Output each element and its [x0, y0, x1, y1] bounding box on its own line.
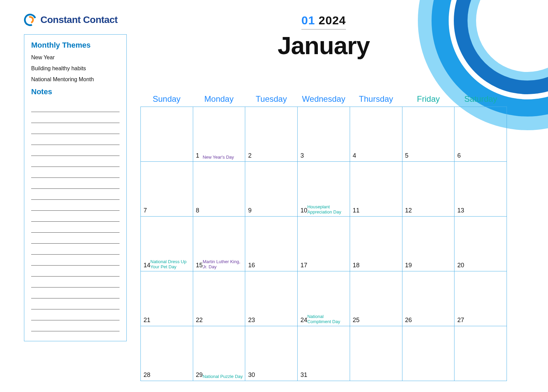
theme-item: National Mentoring Month — [31, 76, 120, 83]
day-number: 25 — [353, 317, 360, 324]
day-number: 6 — [457, 152, 461, 159]
note-line[interactable] — [31, 156, 120, 167]
day-number: 3 — [300, 152, 304, 159]
calendar-cell: 27 — [454, 271, 507, 326]
calendar-cell: 14National Dress Up Your Pet Day — [141, 217, 193, 271]
day-number: 5 — [405, 152, 409, 159]
day-number: 7 — [144, 207, 147, 214]
theme-item: New Year — [31, 54, 120, 61]
day-of-week-label: Thursday — [350, 94, 402, 104]
note-line[interactable] — [31, 277, 120, 287]
calendar-cell: 24National Compliment Day — [298, 271, 350, 326]
calendar-event: National Compliment Day — [307, 314, 348, 324]
day-number: 27 — [457, 317, 464, 324]
notes-title: Notes — [31, 87, 120, 96]
calendar-cell: 17 — [298, 217, 350, 271]
calendar-header: 01 2024 January — [140, 14, 507, 60]
calendar-cell-blank — [350, 326, 402, 381]
note-line[interactable] — [31, 189, 120, 200]
note-line[interactable] — [31, 211, 120, 222]
calendar-cell: 25 — [350, 271, 402, 326]
calendar-cell: 22 — [193, 271, 246, 326]
calendar-cell: 7 — [141, 162, 193, 217]
day-of-week-label: Monday — [193, 94, 245, 104]
day-number: 26 — [405, 317, 412, 324]
note-line[interactable] — [31, 145, 120, 156]
year: 2024 — [319, 14, 346, 27]
calendar-cell: 3 — [298, 107, 350, 162]
sidebar: Monthly Themes New YearBuilding healthy … — [24, 34, 127, 341]
day-number: 24 — [300, 317, 307, 324]
day-number: 2 — [248, 152, 251, 159]
calendar-cell: 28 — [141, 326, 193, 381]
brand-name: Constant Contact — [40, 14, 117, 25]
day-number: 4 — [353, 152, 356, 159]
day-of-week-label: Tuesday — [245, 94, 298, 104]
note-line[interactable] — [31, 200, 120, 211]
calendar-cell: 31 — [298, 326, 350, 381]
calendar-cell: 8 — [193, 162, 246, 217]
note-line[interactable] — [31, 255, 120, 266]
day-number: 30 — [248, 371, 255, 379]
day-number: 11 — [353, 207, 360, 214]
calendar-cell: 10Houseplant Appreciation Day — [298, 162, 350, 217]
calendar-cell: 5 — [402, 107, 455, 162]
note-line[interactable] — [31, 298, 120, 309]
calendar-cell-blank — [402, 326, 455, 381]
calendar-cell: 15Martin Luther King, Jr. Day — [193, 217, 246, 271]
calendar-cell: 20 — [454, 217, 507, 271]
day-number: 8 — [196, 207, 199, 214]
note-line[interactable] — [31, 101, 120, 112]
calendar-event: New Year's Day — [203, 155, 243, 160]
note-line[interactable] — [31, 309, 120, 320]
calendar-cell: 13 — [454, 162, 507, 217]
day-number: 1 — [196, 152, 199, 159]
calendar-cell-blank — [141, 107, 193, 162]
calendar-event: Martin Luther King, Jr. Day — [203, 259, 243, 270]
day-number: 10 — [300, 207, 307, 214]
note-line[interactable] — [31, 134, 120, 145]
note-line[interactable] — [31, 167, 120, 178]
day-of-week-label: Sunday — [140, 94, 193, 104]
day-number: 14 — [144, 262, 150, 269]
calendar-cell: 6 — [454, 107, 507, 162]
day-of-week-label: Friday — [402, 94, 454, 104]
day-number: 9 — [248, 207, 251, 214]
day-of-week-row: SundayMondayTuesdayWednesdayThursdayFrid… — [140, 94, 507, 104]
calendar-cell: 21 — [141, 271, 193, 326]
note-line[interactable] — [31, 244, 120, 255]
month-name: January — [140, 32, 507, 60]
day-of-week-label: Wednesday — [298, 94, 350, 104]
day-number: 21 — [144, 317, 150, 324]
note-line[interactable] — [31, 266, 120, 277]
calendar-cell: 12 — [402, 162, 455, 217]
day-number: 31 — [300, 371, 307, 379]
calendar-cell: 1New Year's Day — [193, 107, 246, 162]
calendar: SundayMondayTuesdayWednesdayThursdayFrid… — [140, 94, 507, 381]
calendar-grid: 1New Year's Day2345678910Houseplant Appr… — [140, 107, 507, 381]
brand-mark-icon — [24, 14, 36, 26]
note-line[interactable] — [31, 320, 120, 331]
calendar-cell: 26 — [402, 271, 455, 326]
month-year-label: 01 2024 — [301, 14, 346, 29]
calendar-cell: 4 — [350, 107, 402, 162]
note-line[interactable] — [31, 287, 120, 298]
calendar-event: National Dress Up Your Pet Day — [150, 259, 191, 270]
calendar-cell: 16 — [245, 217, 298, 271]
calendar-cell: 9 — [245, 162, 298, 217]
day-number: 13 — [457, 207, 464, 214]
note-line[interactable] — [31, 123, 120, 134]
day-number: 22 — [196, 317, 203, 324]
note-line[interactable] — [31, 178, 120, 189]
note-line[interactable] — [31, 112, 120, 123]
day-number: 12 — [405, 207, 412, 214]
calendar-cell: 18 — [350, 217, 402, 271]
day-number: 15 — [196, 262, 203, 269]
day-number: 28 — [144, 371, 150, 379]
month-number: 01 — [301, 14, 315, 27]
day-number: 18 — [353, 262, 360, 269]
note-line[interactable] — [31, 222, 120, 233]
calendar-cell: 23 — [245, 271, 298, 326]
calendar-event: Houseplant Appreciation Day — [307, 205, 348, 215]
note-line[interactable] — [31, 233, 120, 244]
